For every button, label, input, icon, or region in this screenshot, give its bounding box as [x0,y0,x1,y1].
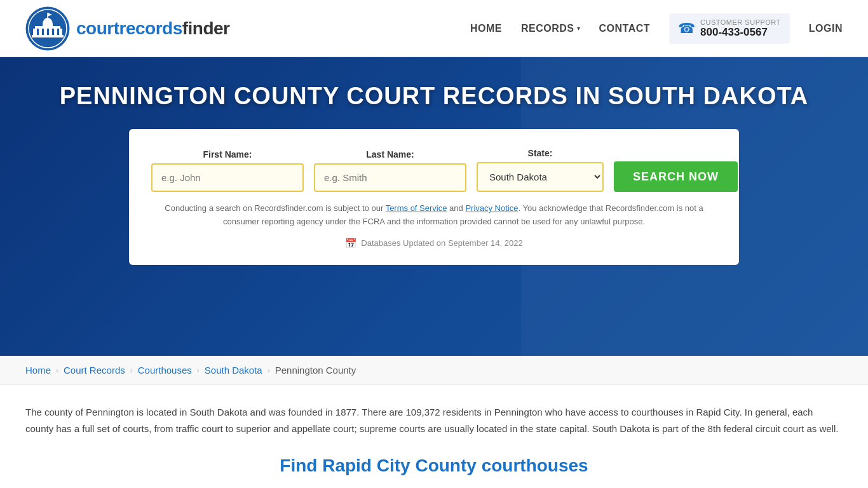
breadcrumb-sep-2: › [130,366,133,375]
site-header: courtrecordsfinder HOME RECORDS ▾ CONTAC… [0,0,868,57]
nav-contact[interactable]: CONTACT [599,23,651,34]
logo[interactable]: courtrecordsfinder [25,6,230,51]
hero-section: PENNINGTON COUNTY COURT RECORDS IN SOUTH… [0,57,868,356]
breadcrumb-courthouses[interactable]: Courthouses [138,365,192,376]
db-updated: 📅 Databases Updated on September 14, 202… [151,238,717,249]
last-name-group: Last Name: [314,149,466,192]
search-disclaimer: Conducting a search on Recordsfinder.com… [161,202,707,229]
logo-text: courtrecordsfinder [76,18,230,39]
search-fields: First Name: Last Name: State: South Dako… [151,148,717,192]
state-select[interactable]: South Dakota Alabama Alaska Arizona Cali… [477,162,604,192]
svg-rect-11 [57,29,59,35]
state-label: State: [477,148,604,158]
support-info: CUSTOMER SUPPORT 800-433-0567 [700,18,781,39]
intro-text: The county of Pennington is located in S… [25,404,843,437]
phone-icon: ☎ [678,20,695,37]
chevron-down-icon: ▾ [577,25,580,32]
breadcrumb-sep-3: › [197,366,200,375]
breadcrumb-south-dakota[interactable]: South Dakota [205,365,262,376]
logo-icon [25,6,70,51]
svg-rect-9 [47,29,49,35]
svg-rect-10 [52,29,54,35]
last-name-label: Last Name: [314,149,466,159]
svg-rect-3 [43,24,53,26]
breadcrumb-home[interactable]: Home [25,365,51,376]
first-name-group: First Name: [151,149,304,192]
breadcrumb: Home › Court Records › Courthouses › Sou… [0,356,868,385]
nav-records-group: RECORDS ▾ [521,23,580,34]
state-group: State: South Dakota Alabama Alaska Arizo… [477,148,604,192]
svg-rect-8 [42,29,44,35]
main-content: The county of Pennington is located in S… [0,385,868,488]
privacy-link[interactable]: Privacy Notice [465,203,518,213]
breadcrumb-sep-4: › [268,366,270,375]
breadcrumb-sep-1: › [56,366,58,375]
nav-records[interactable]: RECORDS [521,23,574,34]
last-name-input[interactable] [314,163,466,192]
support-box[interactable]: ☎ CUSTOMER SUPPORT 800-433-0567 [669,13,790,44]
main-nav: HOME RECORDS ▾ CONTACT ☎ CUSTOMER SUPPOR… [470,13,843,44]
section-title: Find Rapid City County courthouses [25,456,843,476]
nav-login[interactable]: LOGIN [809,23,843,34]
search-card: First Name: Last Name: State: South Dako… [129,129,739,265]
calendar-icon: 📅 [345,238,357,249]
breadcrumb-current: Pennington County [275,365,356,376]
support-label: CUSTOMER SUPPORT [700,18,781,26]
tos-link[interactable]: Terms of Service [386,203,447,213]
page-title: PENNINGTON COUNTY COURT RECORDS IN SOUTH… [13,83,855,110]
svg-rect-7 [37,29,39,35]
first-name-label: First Name: [151,149,304,159]
svg-rect-4 [35,26,60,29]
svg-rect-6 [32,35,64,37]
nav-home[interactable]: HOME [470,23,502,34]
first-name-input[interactable] [151,163,304,192]
breadcrumb-court-records[interactable]: Court Records [64,365,125,376]
search-button[interactable]: SEARCH NOW [614,161,738,192]
support-number: 800-433-0567 [700,26,781,39]
